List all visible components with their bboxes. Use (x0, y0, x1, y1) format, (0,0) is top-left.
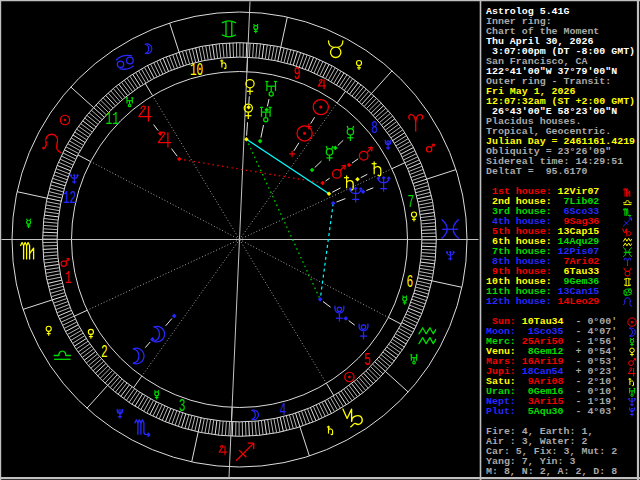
svg-text:12: 12 (63, 189, 76, 208)
svg-text:11: 11 (105, 110, 119, 129)
svg-text:10: 10 (190, 60, 203, 79)
svg-text:9: 9 (293, 65, 300, 84)
svg-text:7: 7 (408, 193, 415, 212)
svg-text:3: 3 (179, 396, 186, 415)
svg-text:6: 6 (407, 272, 414, 291)
svg-text:8: 8 (371, 118, 378, 137)
svg-text:4: 4 (280, 401, 287, 420)
svg-text:1: 1 (65, 268, 72, 287)
svg-text:2: 2 (101, 342, 108, 361)
svg-text:5: 5 (364, 351, 371, 370)
